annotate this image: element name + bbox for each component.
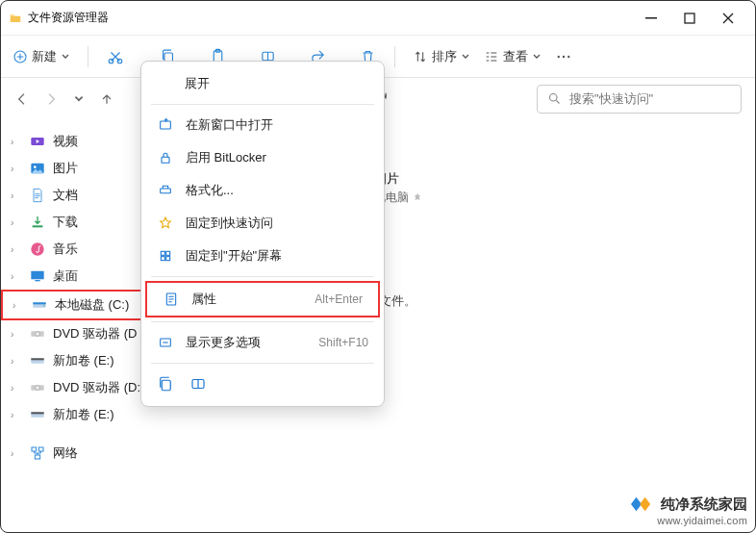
sort-label: 排序 — [432, 48, 457, 65]
ctx-more-options[interactable]: 显示更多选项Shift+F10 — [141, 326, 384, 359]
chevron-right-icon: › — [11, 410, 22, 420]
sidebar-item-network[interactable]: ›网络 — [1, 440, 172, 467]
window-controls — [632, 5, 747, 32]
ctx-shortcut: Alt+Enter — [315, 292, 363, 306]
drive-icon — [32, 297, 47, 313]
watermark-url: www.yidaimei.com — [628, 515, 747, 526]
svg-rect-37 — [161, 189, 171, 193]
context-menu: 展开 在新窗口中打开 启用 BitLocker 格式化... 固定到快速访问 固… — [140, 61, 385, 407]
svg-rect-21 — [33, 302, 45, 304]
svg-point-11 — [567, 55, 569, 57]
history-dropdown-icon[interactable] — [72, 89, 86, 110]
svg-rect-44 — [162, 380, 170, 391]
svg-point-10 — [563, 55, 565, 57]
disc-icon — [30, 380, 45, 395]
ctx-format[interactable]: 格式化... — [141, 174, 384, 207]
forward-button[interactable] — [43, 89, 59, 110]
svg-point-22 — [43, 305, 44, 306]
window-title: 文件资源管理器 — [9, 10, 632, 26]
svg-rect-19 — [35, 280, 39, 281]
properties-icon — [163, 292, 180, 307]
svg-point-17 — [31, 242, 43, 255]
network-icon — [30, 445, 45, 461]
view-button[interactable]: 查看 — [484, 48, 542, 65]
new-button[interactable]: 新建 — [13, 48, 70, 65]
svg-rect-39 — [166, 251, 170, 255]
maximize-button[interactable] — [670, 5, 709, 32]
video-icon — [30, 134, 45, 149]
chevron-right-icon: › — [11, 448, 22, 459]
menu-separator — [151, 321, 374, 322]
drive-icon — [30, 407, 45, 422]
svg-rect-26 — [31, 358, 43, 360]
search-input[interactable] — [569, 91, 731, 106]
pin-icon — [413, 192, 422, 202]
ctx-pin-start[interactable]: 固定到"开始"屏幕 — [141, 240, 384, 272]
back-button[interactable] — [14, 89, 30, 110]
toolbar-separator — [88, 46, 88, 67]
lock-icon — [157, 150, 174, 165]
svg-rect-31 — [32, 447, 37, 451]
disc-icon — [30, 326, 45, 342]
view-label: 查看 — [503, 48, 528, 65]
window-icon — [157, 117, 174, 133]
image-icon — [30, 161, 45, 176]
chevron-right-icon: › — [11, 271, 22, 282]
close-button[interactable] — [709, 5, 747, 32]
chevron-right-icon: › — [11, 383, 22, 393]
svg-rect-41 — [166, 257, 170, 261]
more-icon — [157, 335, 174, 350]
sidebar-item-label: 文档 — [53, 187, 78, 204]
minimize-button[interactable] — [632, 5, 670, 32]
search-icon — [547, 91, 562, 106]
watermark-logo-icon — [628, 494, 655, 515]
search-box[interactable] — [537, 85, 742, 114]
svg-rect-16 — [33, 225, 43, 227]
svg-rect-30 — [31, 412, 43, 414]
sidebar-item-label: 视频 — [53, 133, 78, 150]
cut-icon[interactable] — [106, 47, 125, 66]
more-button[interactable] — [555, 48, 572, 65]
chevron-right-icon: › — [11, 356, 22, 367]
sidebar-item-label: 图片 — [53, 160, 78, 177]
sort-button[interactable]: 排序 — [413, 48, 470, 65]
sidebar-item-label: DVD 驱动器 (D — [53, 325, 137, 343]
copy-icon[interactable] — [157, 375, 174, 393]
ctx-bitlocker[interactable]: 启用 BitLocker — [141, 141, 384, 174]
svg-rect-0 — [645, 17, 657, 19]
chevron-right-icon: › — [11, 164, 22, 174]
svg-rect-36 — [162, 157, 169, 163]
ctx-open-new-window[interactable]: 在新窗口中打开 — [141, 109, 384, 141]
svg-rect-32 — [38, 447, 43, 451]
menu-separator — [151, 363, 374, 364]
ctx-pin-quick-access[interactable]: 固定到快速访问 — [141, 207, 384, 240]
chevron-right-icon: › — [11, 329, 22, 340]
ctx-label: 固定到快速访问 — [186, 215, 368, 232]
sidebar-item-label: 桌面 — [53, 267, 78, 285]
ctx-shortcut: Shift+F10 — [318, 336, 368, 349]
chevron-right-icon: › — [11, 217, 22, 228]
svg-point-24 — [36, 332, 40, 337]
music-icon — [30, 241, 45, 257]
sidebar-item-label: 音乐 — [53, 241, 78, 258]
menu-separator — [151, 276, 374, 277]
ctx-label: 展开 — [185, 75, 368, 92]
svg-rect-18 — [31, 271, 43, 280]
format-icon — [157, 183, 174, 198]
star-icon — [157, 216, 174, 231]
svg-rect-1 — [685, 13, 694, 23]
ctx-label: 显示更多选项 — [186, 334, 307, 351]
document-icon — [30, 188, 45, 203]
ctx-properties[interactable]: 属性Alt+Enter — [145, 281, 380, 317]
chevron-right-icon: › — [11, 244, 22, 255]
up-button[interactable] — [99, 89, 114, 110]
drive-icon — [30, 353, 45, 368]
ctx-label: 属性 — [191, 291, 303, 308]
rename-icon[interactable] — [189, 375, 207, 393]
folder-icon — [9, 12, 22, 25]
watermark-title: 纯净系统家园 — [661, 495, 747, 514]
sidebar-item-label: 新加卷 (E:) — [53, 406, 114, 423]
svg-point-9 — [558, 55, 560, 57]
ctx-expand[interactable]: 展开 — [141, 67, 384, 100]
download-icon — [30, 215, 45, 230]
